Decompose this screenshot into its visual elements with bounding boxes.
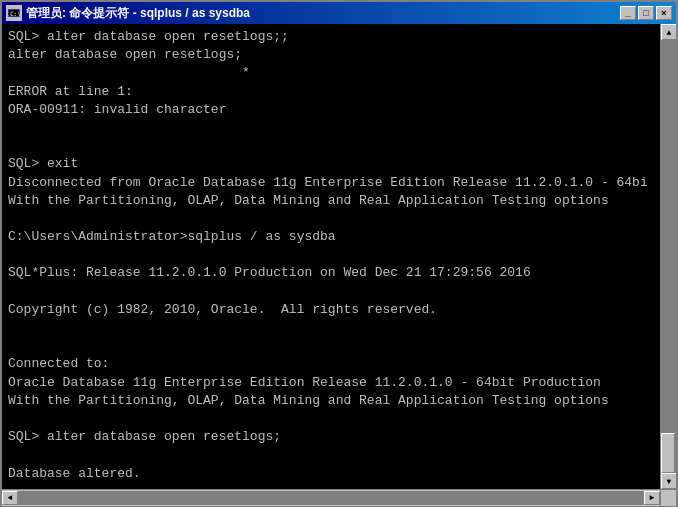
main-window: C:\ 管理员: 命令提示符 - sqlplus / as sysdba _ □… <box>0 0 678 507</box>
scroll-thumb[interactable] <box>661 433 675 473</box>
title-bar: C:\ 管理员: 命令提示符 - sqlplus / as sysdba _ □… <box>2 2 676 24</box>
svg-text:C:\: C:\ <box>10 10 21 17</box>
title-bar-buttons: _ □ × <box>620 6 672 20</box>
terminal-content[interactable]: SQL> alter database open resetlogs;; alt… <box>2 24 660 489</box>
scroll-left-button[interactable]: ◄ <box>2 491 18 505</box>
scroll-right-button[interactable]: ► <box>644 491 660 505</box>
close-button[interactable]: × <box>656 6 672 20</box>
scroll-track[interactable] <box>661 40 676 473</box>
bottom-bar: ◄ ► <box>2 489 676 505</box>
window-icon: C:\ <box>6 5 22 21</box>
scrollbar-corner <box>660 490 676 506</box>
terminal-area: SQL> alter database open resetlogs;; alt… <box>2 24 676 489</box>
vertical-scrollbar[interactable]: ▲ ▼ <box>660 24 676 489</box>
window-title: 管理员: 命令提示符 - sqlplus / as sysdba <box>26 5 250 22</box>
hscroll-track[interactable] <box>18 491 644 505</box>
title-bar-left: C:\ 管理员: 命令提示符 - sqlplus / as sysdba <box>6 5 250 22</box>
maximize-button[interactable]: □ <box>638 6 654 20</box>
horizontal-scrollbar[interactable]: ◄ ► <box>2 490 660 506</box>
scroll-down-button[interactable]: ▼ <box>661 473 676 489</box>
scroll-up-button[interactable]: ▲ <box>661 24 676 40</box>
minimize-button[interactable]: _ <box>620 6 636 20</box>
